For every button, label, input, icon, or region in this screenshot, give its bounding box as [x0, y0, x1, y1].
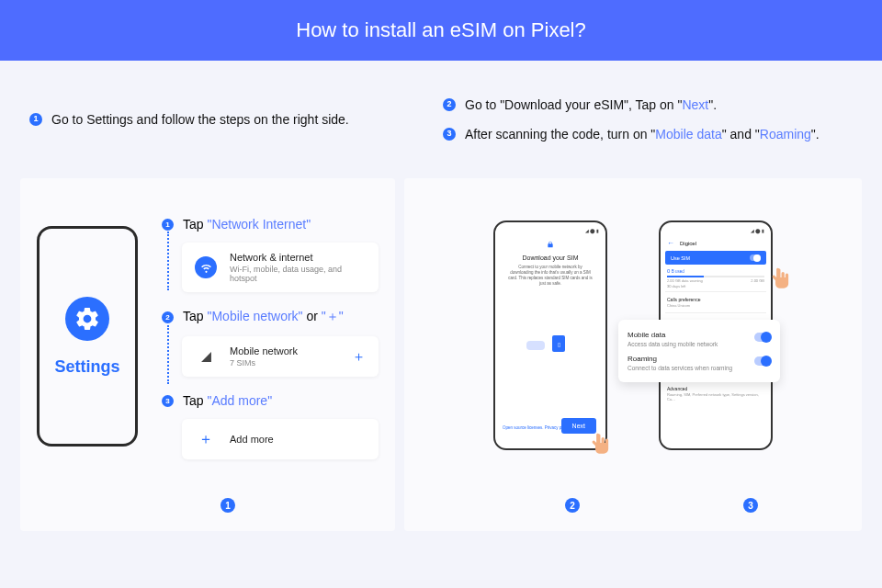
- intro-step-1: 1 Go to Settings and follow the steps on…: [29, 111, 349, 128]
- signal-icon: ◢: [751, 228, 754, 233]
- carrier-title: Digicel: [680, 241, 696, 246]
- toggle-on-icon[interactable]: [754, 333, 771, 342]
- intro-steps: 1 Go to Settings and follow the steps on…: [20, 61, 862, 178]
- tap-hand-icon: [589, 432, 613, 456]
- card-subtitle: 7 SIMs: [230, 358, 298, 368]
- substep-2: 2 Tap "Mobile network" or "＋" Mobile net…: [162, 309, 379, 377]
- step-badge-2: 2: [443, 98, 456, 111]
- panel-badge-2: 2: [565, 498, 580, 513]
- settings-label: Settings: [54, 357, 119, 377]
- tap-hand-icon: [769, 266, 793, 290]
- step-text: Go to "Download your eSIM", Tap on "Next…: [465, 96, 717, 113]
- cloud-icon: [526, 341, 545, 350]
- substep-badge: 2: [162, 311, 174, 323]
- phone-settings-frame: Settings: [37, 226, 138, 447]
- card-title: Add more: [230, 434, 274, 445]
- status-bar: ◢⬤▮: [500, 228, 601, 237]
- highlight: "＋": [322, 309, 344, 323]
- page-title: How to install an eSIM on Pixel?: [296, 18, 586, 42]
- mobile-data-toggle-row[interactable]: Mobile data Access data using mobile net…: [628, 327, 771, 351]
- step-badge-3: 3: [443, 128, 456, 141]
- sim-card-icon: ▯: [552, 335, 565, 352]
- settings-gear-icon: [65, 297, 109, 341]
- battery-icon: ▮: [762, 228, 764, 233]
- substep-badge: 3: [162, 395, 174, 407]
- signal-icon: ◢: [585, 228, 589, 233]
- intro-step-2: 2 Go to "Download your eSIM", Tap on "Ne…: [443, 96, 862, 113]
- plus-icon[interactable]: ＋: [352, 348, 366, 366]
- network-internet-row[interactable]: Network & internet Wi-Fi, mobile, data u…: [182, 243, 379, 292]
- highlight-mobile-data: Mobile data: [655, 127, 721, 141]
- step-badge-1: 1: [29, 113, 42, 126]
- panel-steps-2-3: ◢⬤▮ Download your SIM Connect to your mo…: [404, 178, 862, 531]
- highlight: "Network Internet": [207, 217, 311, 232]
- substep-1: 1 Tap "Network Internet" Network & inter…: [162, 217, 379, 292]
- highlight: "Add more": [207, 393, 272, 408]
- substep-badge: 1: [162, 219, 174, 231]
- step-text: Go to Settings and follow the steps on t…: [51, 111, 349, 128]
- phone-sim-settings: ◢⬤▮ ← Digicel Use SIM 0 B used 2.00 GB d…: [659, 220, 773, 450]
- substep-3: 3 Tap "Add more" ＋ Add more: [162, 393, 379, 459]
- callout-card: Mobile data Access data using mobile net…: [618, 320, 780, 382]
- card-subtitle: Wi-Fi, mobile, data usage, and hotspot: [230, 265, 366, 283]
- back-arrow-icon[interactable]: ←: [667, 239, 674, 247]
- toggle-on-icon[interactable]: [750, 254, 761, 261]
- battery-icon: ▮: [596, 228, 599, 233]
- lock-icon: [500, 241, 601, 249]
- panel-badge-3: 3: [743, 498, 758, 513]
- status-bar: ◢⬤▮: [665, 228, 766, 237]
- wifi-icon: ⬤: [755, 228, 761, 233]
- use-sim-toggle-row[interactable]: Use SIM: [665, 251, 766, 265]
- add-more-row[interactable]: ＋ Add more: [182, 419, 379, 459]
- mobile-network-row[interactable]: Mobile network 7 SIMs ＋: [182, 336, 379, 377]
- card-title: Mobile network: [230, 345, 298, 356]
- wifi-icon: [195, 256, 217, 278]
- download-sim-description: Connect to your mobile network by downlo…: [507, 265, 594, 286]
- download-sim-title: Download your SIM: [500, 254, 601, 261]
- page-header: How to install an eSIM on Pixel?: [0, 0, 882, 61]
- highlight-next: Next: [682, 97, 708, 112]
- plus-icon: ＋: [195, 428, 217, 450]
- calls-preference-row[interactable]: Calls preference China Unicom: [665, 293, 766, 311]
- wifi-icon: ⬤: [590, 228, 595, 233]
- licenses-link[interactable]: Open source licenses. Privacy poli…: [503, 425, 570, 430]
- data-usage-bar: [667, 276, 764, 277]
- intro-step-3: 3 After scanning the code, turn on "Mobi…: [443, 126, 862, 142]
- card-title: Network & internet: [230, 252, 366, 263]
- panel-badge-1: 1: [220, 498, 235, 513]
- phone-download-sim: ◢⬤▮ Download your SIM Connect to your mo…: [493, 220, 607, 450]
- panel-step-1: Settings 1 Tap "Network Internet": [20, 178, 395, 531]
- advanced-row[interactable]: Advanced Roaming, SIM, Preferred network…: [665, 382, 766, 405]
- highlight-roaming: Roaming: [760, 127, 811, 141]
- step-text: After scanning the code, turn on "Mobile…: [465, 126, 820, 142]
- sim-illustration: ▯: [523, 313, 578, 350]
- highlight: "Mobile network": [207, 309, 302, 323]
- roaming-toggle-row[interactable]: Roaming Connect to data services when ro…: [628, 351, 771, 375]
- toggle-on-icon[interactable]: [754, 356, 771, 366]
- signal-icon: [195, 345, 217, 368]
